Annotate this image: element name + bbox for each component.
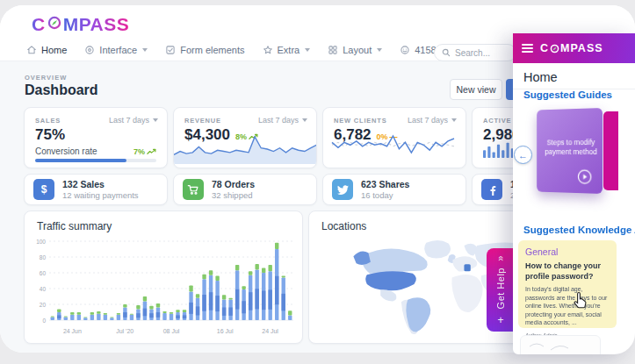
icons-icon: [400, 45, 410, 55]
traffic-summary-card: Traffic summary 02040608010024 JunJul '2…: [24, 211, 303, 344]
next-guide-card-edge[interactable]: [603, 111, 618, 190]
next-article-stub: [520, 335, 601, 354]
logo-text-suffix: MPASS: [63, 14, 130, 35]
map-brazil: [406, 297, 430, 332]
shares-summary-card: 623 Shares 16 today: [322, 174, 466, 205]
plus-icon[interactable]: +: [497, 314, 503, 326]
chevron-down-icon: [302, 118, 307, 122]
help-side-panel: C MPASS Home Suggested Guides Steps to m…: [513, 33, 635, 354]
period-label: Last 7 days: [258, 116, 299, 125]
play-icon[interactable]: [577, 169, 592, 185]
delta-badge: 7%: [133, 146, 156, 156]
sales-summary-card: $ 132 Sales 12 waiting payments: [24, 174, 168, 205]
stat-label: REVENUE: [184, 117, 221, 125]
map-scandinavia: [464, 244, 476, 256]
period-dropdown[interactable]: Last 7 days: [408, 116, 457, 125]
logo-text-prefix: C: [32, 14, 46, 35]
svg-text:Jul '20: Jul '20: [116, 328, 133, 334]
dollar-icon: $: [33, 179, 54, 200]
icon-card-subtitle: 12 waiting payments: [62, 190, 139, 200]
icon-card-title: 132 Sales: [62, 179, 139, 189]
svg-text:60: 60: [40, 270, 47, 276]
svg-text:40: 40: [40, 286, 47, 292]
map-mexico: [380, 289, 396, 301]
map-africa: [451, 275, 482, 312]
nav-item-home[interactable]: Home: [26, 39, 67, 61]
chevron-down-icon: [377, 48, 382, 52]
layout-icon: [328, 45, 338, 55]
svg-text:100: 100: [36, 239, 46, 245]
conversion-progress: [35, 159, 156, 162]
article-body: In today's digital age, passwords are th…: [525, 285, 610, 326]
nav-item-label: Form elements: [180, 45, 244, 55]
form-elements-icon: [165, 45, 176, 55]
svg-text:24 Jul: 24 Jul: [262, 328, 278, 334]
traffic-summary-title: Traffic summary: [37, 220, 112, 232]
period-dropdown[interactable]: Last 7 days: [258, 116, 307, 125]
sales-stat-card: SALES Last 7 days 75% Conversion rate 7%: [24, 107, 168, 168]
map-alaska: [353, 251, 371, 265]
map-canada: [362, 248, 427, 273]
search-input[interactable]: [455, 48, 506, 58]
hamburger-menu-icon[interactable]: [522, 44, 533, 53]
svg-text:80: 80: [40, 254, 47, 261]
guide-card[interactable]: Steps to modify payment method: [537, 108, 603, 194]
home-icon: [26, 45, 37, 55]
period-label: Last 7 days: [408, 116, 448, 125]
panel-title: Home: [523, 70, 558, 84]
map-germany: [464, 264, 470, 271]
chevrons-collapse-icon[interactable]: «: [496, 255, 506, 261]
map-greenland: [424, 240, 451, 258]
map-usa: [365, 271, 416, 290]
stat-label: NEW CLIENTS: [334, 117, 386, 125]
get-help-tab[interactable]: « Get Help +: [487, 248, 515, 332]
cursor-pointer: [571, 289, 592, 310]
locations-title: Locations: [321, 220, 366, 232]
revenue-stat-card: REVENUE Last 7 days $4,300 8%: [173, 107, 317, 168]
nav-item-label: Layout: [343, 45, 372, 55]
guide-card-title: Steps to modify payment method: [542, 138, 601, 158]
svg-text:24 Jun: 24 Jun: [63, 328, 82, 334]
interface-icon: [84, 45, 95, 55]
facebook-icon: [481, 179, 502, 200]
conversion-label: Conversion rate: [35, 146, 97, 156]
article-category: General: [525, 246, 610, 257]
knowledge-article-card[interactable]: General How to change your profile passw…: [518, 240, 617, 328]
stat-label: SALES: [35, 117, 61, 125]
traffic-chart: 02040608010024 JunJul '2008 Jul16 Jul24 …: [32, 236, 297, 344]
revenue-sparkline: [174, 132, 317, 168]
clients-sparkline: [330, 132, 456, 164]
chevron-down-icon: [305, 48, 310, 52]
carousel-prev-button[interactable]: ←: [514, 146, 532, 164]
svg-text:16 Jul: 16 Jul: [217, 328, 234, 334]
nav-item-layout[interactable]: Layout: [328, 39, 382, 61]
screen: C MPASS HomeInterfaceForm elementsExtraL…: [0, 0, 635, 364]
get-help-label: Get Help: [495, 268, 506, 309]
compass-icon: [550, 44, 559, 54]
icon-card-subtitle: 32 shipped: [212, 190, 255, 200]
period-label: Last 7 days: [109, 116, 149, 125]
nav-item-label: Interface: [99, 45, 137, 55]
cart-icon: [183, 179, 204, 200]
new-view-button[interactable]: New view: [450, 79, 502, 100]
svg-text:0: 0: [42, 318, 46, 324]
nav-item-label: Home: [41, 45, 67, 55]
knowledge-articles-heading: Suggested Knowledge A: [523, 225, 635, 235]
new-clients-stat-card: NEW CLIENTS Last 7 days 6,782 0%—: [322, 107, 466, 168]
icon-card-title: 78 Orders: [212, 179, 255, 189]
nav-item-extra[interactable]: Extra: [263, 39, 311, 61]
search-icon: [442, 45, 451, 61]
orders-summary-card: 78 Orders 32 shipped: [173, 174, 317, 205]
chevron-down-icon: [451, 118, 457, 122]
compass-logo[interactable]: C MPASS: [32, 14, 129, 35]
stat-value: 75%: [35, 126, 65, 144]
panel-brand: C MPASS: [540, 42, 603, 54]
nav-item-interface[interactable]: Interface: [84, 39, 148, 61]
chevron-down-icon: [153, 118, 158, 122]
nav-item-form-elements[interactable]: Form elements: [165, 39, 244, 61]
search-box[interactable]: [434, 44, 516, 61]
twitter-icon: [332, 179, 353, 200]
chevron-down-icon: [142, 48, 148, 52]
icon-card-title: 623 Shares: [361, 179, 409, 189]
period-dropdown[interactable]: Last 7 days: [109, 116, 158, 125]
